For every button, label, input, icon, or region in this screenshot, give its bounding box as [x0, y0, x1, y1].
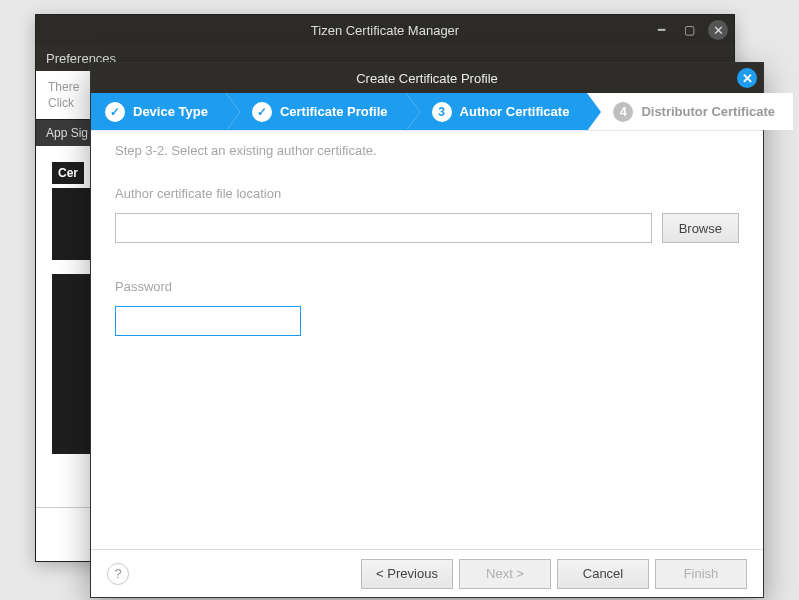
dialog-title: Create Certificate Profile [356, 71, 498, 86]
close-icon[interactable]: ✕ [708, 20, 728, 40]
maximize-icon[interactable]: ▢ [680, 21, 698, 39]
step-certificate-profile[interactable]: ✓ Certificate Profile [226, 93, 406, 130]
password-label: Password [115, 279, 739, 294]
create-certificate-dialog: Create Certificate Profile ✕ ✓ Device Ty… [90, 62, 764, 598]
cancel-button[interactable]: Cancel [557, 559, 649, 589]
file-location-input[interactable] [115, 213, 652, 243]
step-device-type[interactable]: ✓ Device Type [91, 93, 226, 130]
minimize-icon[interactable]: ━ [652, 21, 670, 39]
parent-window-controls: ━ ▢ ✕ [652, 20, 728, 40]
step-label: Certificate Profile [280, 104, 388, 119]
previous-button[interactable]: < Previous [361, 559, 453, 589]
step-number-badge: 4 [613, 102, 633, 122]
next-button: Next > [459, 559, 551, 589]
parent-titlebar: Tizen Certificate Manager ━ ▢ ✕ [36, 15, 734, 45]
step-label: Author Certificate [460, 104, 570, 119]
certificate-heading: Cer [52, 162, 84, 184]
parent-title: Tizen Certificate Manager [311, 23, 459, 38]
hint-line-1: There [48, 80, 79, 94]
password-input[interactable] [115, 306, 301, 336]
check-icon: ✓ [105, 102, 125, 122]
close-icon: ✕ [742, 71, 753, 86]
check-icon: ✓ [252, 102, 272, 122]
form-area: Author certificate file location Browse … [91, 158, 763, 336]
dialog-titlebar: Create Certificate Profile ✕ [91, 63, 763, 93]
password-field: Password [115, 279, 739, 336]
step-label: Device Type [133, 104, 208, 119]
dialog-close-button[interactable]: ✕ [737, 68, 757, 88]
step-description: Step 3-2. Select an existing author cert… [91, 131, 763, 158]
step-number-badge: 3 [432, 102, 452, 122]
file-location-row: Browse [115, 213, 739, 243]
browse-button[interactable]: Browse [662, 213, 739, 243]
hint-line-2: Click [48, 96, 74, 110]
footer-buttons: < Previous Next > Cancel Finish [361, 559, 747, 589]
step-distributor-certificate: 4 Distributor Certificate [587, 93, 793, 130]
step-label: Distributor Certificate [641, 104, 775, 119]
help-button[interactable]: ? [107, 563, 129, 585]
finish-button: Finish [655, 559, 747, 589]
file-location-label: Author certificate file location [115, 186, 739, 201]
step-author-certificate[interactable]: 3 Author Certificate [406, 93, 588, 130]
wizard-steps: ✓ Device Type ✓ Certificate Profile 3 Au… [91, 93, 763, 131]
dialog-footer: ? < Previous Next > Cancel Finish [91, 549, 763, 597]
